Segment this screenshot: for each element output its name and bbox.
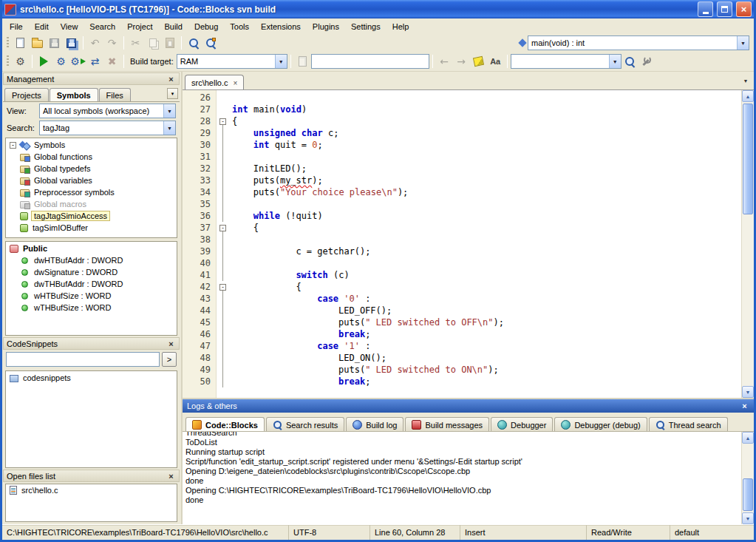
editor-tab-hello-c[interactable]: src\hello.c × bbox=[185, 75, 244, 89]
code-line[interactable]: int quit = 0; bbox=[232, 139, 741, 151]
line-number[interactable]: 33 bbox=[183, 175, 216, 186]
code-line[interactable]: puts(" LED switched to ON\n"); bbox=[232, 364, 741, 376]
chevron-down-icon[interactable]: ▼ bbox=[163, 104, 175, 118]
minimize-button[interactable] bbox=[698, 1, 713, 17]
snippet-tree-item[interactable]: codesnippets bbox=[6, 372, 177, 384]
thread-search-combo[interactable]: ▼ bbox=[511, 54, 622, 69]
menu-item-build[interactable]: Build bbox=[158, 20, 188, 33]
undo-button[interactable]: ↶ bbox=[86, 35, 103, 51]
code-line[interactable]: InitLED(); bbox=[232, 163, 741, 175]
chevron-down-icon[interactable]: ▼ bbox=[609, 55, 621, 68]
menu-item-file[interactable]: File bbox=[4, 20, 29, 33]
log-tab-build-log[interactable]: Build log bbox=[346, 417, 403, 431]
line-number[interactable]: 36 bbox=[183, 210, 216, 222]
cut-button[interactable]: ✂ bbox=[127, 35, 144, 51]
close-codesnippets-button[interactable]: × bbox=[166, 339, 176, 348]
find-button[interactable] bbox=[185, 35, 202, 51]
scroll-down-button[interactable]: ▼ bbox=[742, 512, 754, 524]
line-number[interactable]: 49 bbox=[183, 364, 216, 376]
line-number[interactable]: 48 bbox=[183, 352, 216, 364]
toolbar-grip[interactable] bbox=[7, 37, 9, 49]
open-file-item[interactable]: src\hello.c bbox=[6, 484, 177, 496]
prev-result-button[interactable]: ← bbox=[436, 53, 453, 70]
highlight-button[interactable] bbox=[470, 53, 487, 70]
line-number[interactable]: 44 bbox=[183, 305, 216, 316]
redo-button[interactable]: ↷ bbox=[103, 35, 120, 51]
code-line[interactable] bbox=[232, 234, 741, 245]
line-number[interactable]: 42 bbox=[183, 281, 216, 293]
scroll-up-button[interactable]: ▲ bbox=[742, 432, 754, 444]
menu-item-debug[interactable]: Debug bbox=[188, 20, 224, 33]
symbol-tree-item[interactable]: Global macros bbox=[6, 198, 177, 210]
menu-item-search[interactable]: Search bbox=[84, 20, 121, 33]
log-tab-debugger-debug[interactable]: Debugger (debug) bbox=[554, 417, 647, 431]
symbol-search-combo[interactable]: tagJtag ▼ bbox=[39, 121, 176, 135]
line-number[interactable]: 37 bbox=[183, 222, 216, 234]
close-management-button[interactable]: × bbox=[166, 74, 176, 84]
line-number[interactable]: 46 bbox=[183, 328, 216, 340]
line-number[interactable]: 45 bbox=[183, 316, 216, 328]
save-button[interactable] bbox=[46, 35, 63, 51]
code-line[interactable]: LED_OFF(); bbox=[232, 305, 741, 316]
tab-list-button[interactable]: ▼ bbox=[740, 75, 752, 87]
fold-marker-icon[interactable]: - bbox=[219, 284, 226, 291]
logs-vscrollbar[interactable]: ▲ ▼ bbox=[741, 432, 754, 524]
editor-vscrollbar[interactable]: ▲ ▼ bbox=[741, 90, 754, 398]
line-number[interactable]: 30 bbox=[183, 139, 216, 151]
function-scope-combo[interactable]: main(void) : int ▼ bbox=[528, 35, 749, 50]
code-line[interactable]: { bbox=[232, 222, 741, 234]
chevron-down-icon[interactable]: ▼ bbox=[275, 55, 287, 68]
member-tree-item[interactable]: dwTHBufAddr : DWORD bbox=[6, 278, 177, 290]
line-number[interactable]: 35 bbox=[183, 198, 216, 210]
menu-item-plugins[interactable]: Plugins bbox=[307, 20, 345, 33]
expander-icon[interactable]: - bbox=[10, 142, 16, 149]
thread-search-button[interactable] bbox=[622, 53, 638, 70]
snippet-search-button[interactable]: > bbox=[162, 352, 177, 367]
tab-symbols[interactable]: Symbols bbox=[50, 88, 98, 101]
close-open-files-button[interactable]: × bbox=[166, 471, 176, 481]
code-line[interactable]: { bbox=[232, 281, 741, 293]
line-number[interactable]: 26 bbox=[183, 92, 216, 104]
new-file-button[interactable] bbox=[12, 35, 29, 51]
code-line[interactable]: case '1' : bbox=[232, 340, 741, 352]
code-line[interactable]: switch (c) bbox=[232, 269, 741, 281]
snippet-search-input[interactable] bbox=[6, 352, 160, 367]
find-input[interactable] bbox=[311, 54, 429, 69]
replace-button[interactable] bbox=[202, 35, 219, 51]
chevron-down-icon[interactable]: ▼ bbox=[163, 121, 175, 135]
menu-item-tools[interactable]: Tools bbox=[224, 20, 255, 33]
copy-button[interactable] bbox=[144, 35, 161, 51]
code-line[interactable] bbox=[232, 151, 741, 163]
symbol-tree-item[interactable]: Global functions bbox=[6, 151, 177, 163]
symbol-tree-item[interactable]: tagJtagSimioAccess bbox=[6, 210, 177, 222]
code-line[interactable]: LED_ON(); bbox=[232, 352, 741, 364]
view-combo[interactable]: All local symbols (workspace) ▼ bbox=[39, 104, 176, 118]
build-and-run-button[interactable]: ⚙ bbox=[69, 53, 86, 70]
line-number[interactable]: 38 bbox=[183, 234, 216, 245]
line-number[interactable]: 31 bbox=[183, 151, 216, 163]
maximize-button[interactable] bbox=[717, 1, 732, 17]
fold-marker-icon[interactable]: - bbox=[219, 225, 226, 231]
code-line[interactable]: unsigned char c; bbox=[232, 127, 741, 139]
line-number[interactable]: 39 bbox=[183, 245, 216, 257]
menu-item-help[interactable]: Help bbox=[386, 20, 415, 33]
paste-button[interactable] bbox=[161, 35, 178, 51]
code-line[interactable]: { bbox=[232, 115, 741, 127]
line-number[interactable]: 32 bbox=[183, 163, 216, 175]
search-options-button[interactable] bbox=[638, 53, 655, 70]
symbol-tree-item[interactable]: -Symbols bbox=[6, 139, 177, 151]
menu-item-project[interactable]: Project bbox=[121, 20, 158, 33]
code-area[interactable]: int main(void){unsigned char c;int quit … bbox=[229, 90, 741, 398]
match-case-button[interactable]: Aa bbox=[487, 53, 504, 70]
fold-marker-icon[interactable]: - bbox=[219, 118, 226, 125]
line-number[interactable]: 29 bbox=[183, 127, 216, 139]
line-number[interactable]: 40 bbox=[183, 257, 216, 269]
code-line[interactable]: puts("Your choice please\n"); bbox=[232, 186, 741, 198]
member-tree-item[interactable]: dwSignature : DWORD bbox=[6, 266, 177, 278]
menu-item-view[interactable]: View bbox=[55, 20, 84, 33]
tab-files[interactable]: Files bbox=[99, 88, 131, 101]
tab-scroll-button[interactable]: ▼ bbox=[167, 88, 178, 99]
toolbar-grip[interactable] bbox=[7, 55, 9, 67]
code-line[interactable]: break; bbox=[232, 376, 741, 387]
code-line[interactable]: int main(void) bbox=[232, 104, 741, 115]
